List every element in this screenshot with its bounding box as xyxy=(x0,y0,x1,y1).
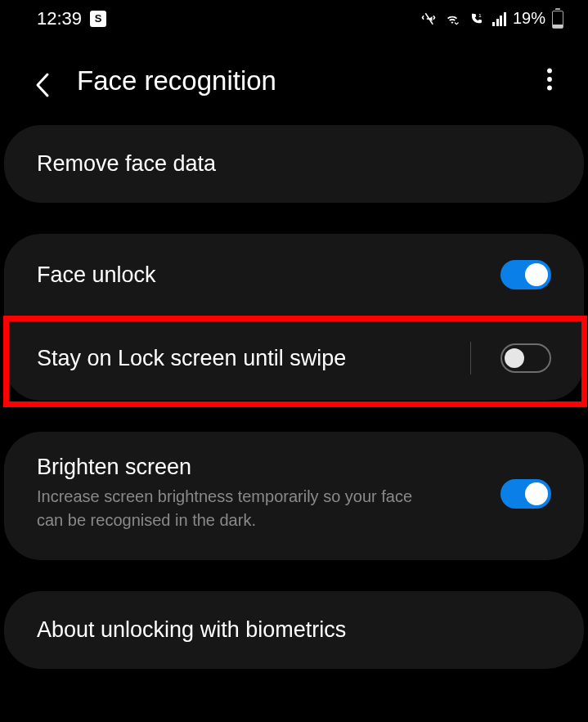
svg-point-2 xyxy=(547,77,552,82)
page-title: Face recognition xyxy=(77,65,276,96)
remove-face-data-row[interactable]: Remove face data xyxy=(4,125,584,203)
brighten-screen-label: Brighten screen xyxy=(37,455,484,480)
wifi-icon xyxy=(443,11,461,26)
svg-point-3 xyxy=(547,86,552,91)
divider xyxy=(470,342,471,374)
status-bar: 12:39 S 1 19% xyxy=(0,0,588,37)
signal-icon xyxy=(492,11,506,26)
status-time: 12:39 xyxy=(37,8,82,29)
brighten-screen-sub: Increase screen brightness temporarily s… xyxy=(37,485,413,532)
volte-icon: 1 xyxy=(468,11,486,26)
brighten-screen-row[interactable]: Brighten screen Increase screen brightne… xyxy=(4,432,584,560)
back-icon[interactable] xyxy=(33,71,52,91)
about-biometrics-label: About unlocking with biometrics xyxy=(37,617,551,643)
svg-text:1: 1 xyxy=(479,12,483,17)
brighten-screen-toggle[interactable] xyxy=(500,479,551,509)
face-unlock-label: Face unlock xyxy=(37,262,484,288)
face-unlock-toggle[interactable] xyxy=(500,260,551,289)
more-options-icon[interactable] xyxy=(540,61,559,101)
about-biometrics-row[interactable]: About unlocking with biometrics xyxy=(4,591,584,669)
face-unlock-row[interactable]: Face unlock xyxy=(4,234,584,316)
stay-on-lock-row[interactable]: Stay on Lock screen until swipe xyxy=(4,316,584,401)
stay-on-lock-toggle[interactable] xyxy=(500,343,551,373)
stay-on-lock-label: Stay on Lock screen until swipe xyxy=(37,346,454,371)
battery-percent: 19% xyxy=(513,9,545,28)
svg-point-1 xyxy=(547,69,552,74)
vibrate-icon xyxy=(420,11,437,26)
battery-icon xyxy=(552,8,563,29)
remove-face-data-label: Remove face data xyxy=(37,151,551,177)
unlock-settings-group: Face unlock Stay on Lock screen until sw… xyxy=(4,234,584,401)
page-header: Face recognition xyxy=(0,37,588,125)
app-notification-icon: S xyxy=(90,11,106,27)
